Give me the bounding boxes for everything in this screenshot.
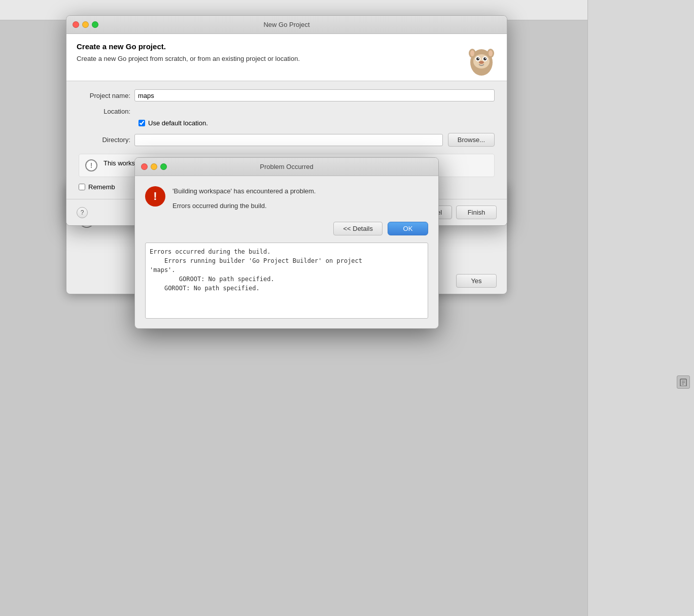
problem-traffic-lights xyxy=(141,163,167,170)
problem-titlebar: Problem Occurred xyxy=(135,158,438,176)
svg-point-6 xyxy=(478,58,479,59)
main-traffic-lights xyxy=(73,21,98,28)
problem-message-row: 'Building workspace' has encountered a p… xyxy=(145,186,428,212)
problem-text: 'Building workspace' has encountered a p… xyxy=(172,186,316,212)
details-area[interactable] xyxy=(145,243,428,319)
location-row: Location: xyxy=(79,108,495,115)
problem-tl-close[interactable] xyxy=(141,163,148,170)
dialog-header-text: Create a new Go project. Create a new Go… xyxy=(77,42,300,62)
remember-label: Rememb xyxy=(88,183,115,191)
project-name-label: Project name: xyxy=(79,92,134,99)
gopher-icon xyxy=(466,42,497,73)
use-default-row: Use default location. xyxy=(138,119,495,127)
svg-point-4 xyxy=(476,57,479,60)
problem-body: 'Building workspace' has encountered a p… xyxy=(135,176,438,328)
problem-dialog: Problem Occurred 'Building workspace' ha… xyxy=(134,157,439,329)
svg-point-8 xyxy=(479,61,484,64)
browse-button[interactable]: Browse... xyxy=(448,133,495,147)
svg-point-7 xyxy=(485,58,486,59)
directory-input[interactable] xyxy=(134,134,443,146)
footer-left: ? xyxy=(77,207,88,218)
finish-button[interactable]: Finish xyxy=(456,206,497,219)
main-dialog-titlebar: New Go Project xyxy=(66,16,507,34)
error-icon xyxy=(145,186,165,207)
bg-dialog-footer: Yes xyxy=(456,274,497,288)
dialog-heading: Create a new Go project. xyxy=(77,42,300,51)
problem-tl-min[interactable] xyxy=(151,163,157,170)
right-panel xyxy=(587,0,694,616)
problem-line2: Errors occurred during the build. xyxy=(172,201,316,212)
project-name-input[interactable] xyxy=(134,89,495,101)
right-panel-icon xyxy=(677,375,690,389)
problem-line1: 'Building workspace' has encountered a p… xyxy=(172,186,316,197)
yes-button[interactable]: Yes xyxy=(456,274,497,288)
ok-button[interactable]: OK xyxy=(388,222,428,235)
svg-point-5 xyxy=(483,57,487,60)
project-name-row: Project name: xyxy=(79,89,495,101)
use-default-label: Use default location. xyxy=(148,119,208,127)
warning-icon: ! xyxy=(85,159,97,172)
main-dialog-title: New Go Project xyxy=(263,21,309,28)
directory-label: Directory: xyxy=(79,136,134,144)
dialog-header: Create a new Go project. Create a new Go… xyxy=(66,34,507,81)
problem-dialog-title: Problem Occurred xyxy=(260,163,313,170)
svg-point-10 xyxy=(470,50,474,56)
details-button[interactable]: << Details xyxy=(333,222,383,235)
main-tl-min[interactable] xyxy=(82,21,89,28)
main-tl-close[interactable] xyxy=(73,21,79,28)
remember-checkbox[interactable] xyxy=(79,184,85,190)
use-default-checkbox[interactable] xyxy=(138,120,145,126)
dialog-description: Create a new Go project from scratch, or… xyxy=(77,55,300,62)
problem-tl-max[interactable] xyxy=(160,163,167,170)
help-button[interactable]: ? xyxy=(77,207,88,218)
problem-buttons: << Details OK xyxy=(145,222,428,235)
main-tl-max[interactable] xyxy=(92,21,98,28)
svg-point-12 xyxy=(489,50,493,56)
directory-row: Directory: Browse... xyxy=(79,133,495,147)
location-label: Location: xyxy=(79,108,134,115)
